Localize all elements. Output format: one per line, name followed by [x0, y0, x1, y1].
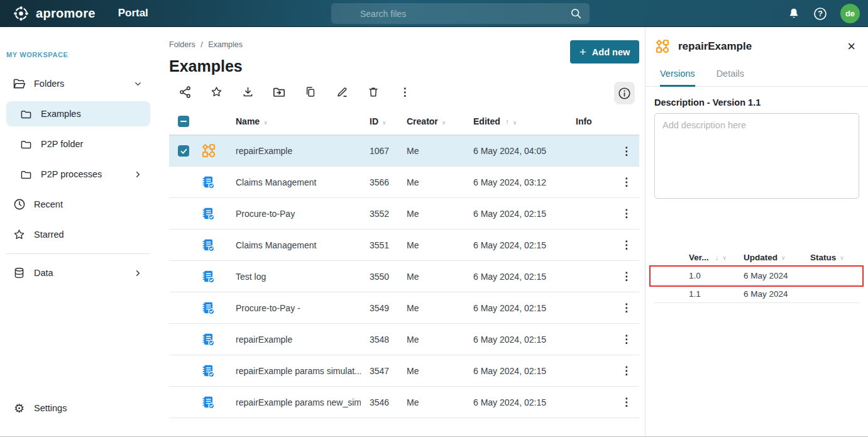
- info-panel-toggle-button[interactable]: [614, 82, 635, 104]
- file-id: 3547: [361, 366, 398, 376]
- table-row[interactable]: Claims Management 3566 Me 6 May 2024, 03…: [169, 167, 639, 198]
- user-avatar[interactable]: de: [840, 4, 860, 23]
- sort-chevron-icon[interactable]: ∨: [382, 119, 387, 126]
- table-row[interactable]: repairExample params simulat... 3547 Me …: [169, 355, 639, 387]
- column-header-updated[interactable]: Updated ∨: [744, 253, 810, 262]
- sidebar-item-folders[interactable]: Folders: [6, 71, 150, 96]
- star-icon[interactable]: [201, 80, 232, 103]
- more-options-kebab-icon[interactable]: ⋮: [389, 80, 420, 103]
- folder-icon: [19, 169, 33, 180]
- table-row[interactable]: repairExample 1067 Me 6 May 2024, 04:05 …: [169, 135, 639, 167]
- column-header-id[interactable]: ID∨: [361, 116, 398, 126]
- event-log-icon: [201, 394, 227, 410]
- file-id: 3566: [361, 177, 398, 187]
- brand-name: apromore: [36, 6, 96, 21]
- sort-descending-icon[interactable]: ↓: [715, 253, 719, 262]
- column-header-version[interactable]: Ver... ↓ ∨: [654, 253, 744, 262]
- sidebar-item-settings[interactable]: ⚙ Settings: [6, 396, 150, 421]
- sort-ascending-icon[interactable]: ↑: [505, 118, 509, 126]
- file-creator: Me: [398, 303, 464, 313]
- add-new-label: Add new: [592, 47, 630, 57]
- file-name: Procure-to-Pay -: [227, 303, 361, 313]
- add-new-button[interactable]: + Add new: [570, 40, 639, 64]
- table-row[interactable]: repairExample params new_sim 3546 Me 6 M…: [169, 387, 639, 418]
- file-id: 3548: [361, 335, 398, 345]
- sort-chevron-icon[interactable]: ∨: [442, 119, 446, 126]
- search-bar[interactable]: [331, 3, 590, 24]
- sidebar-item-p2p-processes[interactable]: P2P processes: [6, 162, 150, 187]
- description-input[interactable]: [655, 114, 859, 198]
- edit-pen-icon[interactable]: [326, 80, 358, 103]
- file-id: 1067: [361, 146, 398, 156]
- versions-table-header: Ver... ↓ ∨ Updated ∨ Status ∨: [654, 249, 859, 267]
- sidebar-item-data[interactable]: Data: [6, 260, 150, 285]
- table-row[interactable]: Test log 3550 Me 6 May 2024, 02:15 ⋮: [169, 261, 639, 292]
- row-kebab-icon[interactable]: ⋮: [621, 240, 632, 250]
- delete-trash-icon[interactable]: [358, 80, 389, 103]
- sort-chevron-icon[interactable]: ∨: [513, 119, 517, 126]
- row-kebab-icon[interactable]: ⋮: [621, 146, 632, 157]
- file-id: 3546: [361, 397, 398, 407]
- sidebar-item-label: P2P folder: [41, 139, 83, 149]
- breadcrumb-parent[interactable]: Folders: [169, 40, 195, 49]
- notifications-bell-icon[interactable]: [788, 7, 800, 20]
- sort-chevron-icon[interactable]: ∨: [263, 119, 268, 126]
- help-icon[interactable]: ?: [813, 7, 827, 21]
- sort-chevron-icon[interactable]: ∨: [781, 255, 786, 261]
- row-checkbox[interactable]: [178, 145, 189, 157]
- description-box: [654, 113, 859, 199]
- version-updated: 6 May 2024: [744, 271, 810, 280]
- search-input[interactable]: [339, 9, 570, 19]
- event-log-icon: [201, 363, 227, 379]
- row-kebab-icon[interactable]: ⋮: [621, 177, 632, 187]
- table-row[interactable]: Claims Management 3551 Me 6 May 2024, 02…: [169, 230, 639, 261]
- sidebar-item-p2p-folder[interactable]: P2P folder: [6, 131, 150, 157]
- tab-versions[interactable]: Versions: [660, 69, 695, 87]
- version-row[interactable]: 1.0 6 May 2024: [654, 267, 859, 285]
- download-icon[interactable]: [232, 80, 263, 103]
- row-kebab-icon[interactable]: ⋮: [621, 302, 632, 313]
- table-row[interactable]: Procure-to-Pay 3552 Me 6 May 2024, 02:15…: [169, 198, 639, 230]
- sidebar-item-recent[interactable]: Recent: [6, 192, 150, 217]
- row-kebab-icon[interactable]: ⋮: [621, 365, 632, 376]
- file-creator: Me: [398, 146, 464, 156]
- version-row[interactable]: 1.1 6 May 2024: [654, 285, 859, 303]
- file-id: 3549: [361, 303, 398, 313]
- apromore-logo[interactable]: apromore: [13, 5, 96, 22]
- file-name: Test log: [227, 272, 361, 282]
- version-updated: 6 May 2024: [744, 289, 810, 299]
- chevron-right-icon[interactable]: [133, 268, 143, 278]
- column-header-creator[interactable]: Creator∨: [398, 116, 464, 126]
- select-all-checkbox[interactable]: [178, 116, 189, 127]
- column-header-edited[interactable]: Edited↑∨: [464, 116, 567, 126]
- row-kebab-icon[interactable]: ⋮: [621, 271, 632, 282]
- clock-icon: [13, 198, 26, 211]
- row-kebab-icon[interactable]: ⋮: [621, 397, 632, 407]
- table-row[interactable]: repairExample 3548 Me 6 May 2024, 02:15 …: [169, 324, 639, 355]
- sidebar-item-starred[interactable]: Starred: [6, 222, 150, 247]
- close-icon[interactable]: ×: [847, 40, 855, 53]
- row-kebab-icon[interactable]: ⋮: [621, 208, 632, 219]
- details-panel: repairExample × Versions Details Descrip…: [645, 27, 868, 437]
- copy-icon[interactable]: [295, 80, 326, 103]
- versions-table: Ver... ↓ ∨ Updated ∨ Status ∨ 1.0 6 May …: [654, 249, 859, 303]
- header-actions: ? de: [788, 0, 860, 27]
- process-model-icon: [201, 143, 227, 159]
- search-icon[interactable]: [570, 8, 582, 19]
- file-edited: 6 May 2024, 04:05: [464, 146, 567, 156]
- row-kebab-icon[interactable]: ⋮: [621, 334, 632, 345]
- table-row[interactable]: Procure-to-Pay - 3549 Me 6 May 2024, 02:…: [169, 292, 639, 324]
- sort-chevron-icon[interactable]: ∨: [840, 255, 844, 261]
- info-icon: [618, 87, 631, 100]
- sidebar-item-examples[interactable]: Examples: [6, 101, 150, 126]
- column-header-name[interactable]: Name∨: [227, 116, 361, 126]
- chevron-right-icon[interactable]: [133, 170, 143, 179]
- chevron-down-icon[interactable]: [133, 79, 143, 89]
- sort-chevron-icon[interactable]: ∨: [723, 255, 727, 261]
- move-to-folder-icon[interactable]: [263, 80, 295, 103]
- tab-details[interactable]: Details: [717, 69, 744, 87]
- breadcrumb-current[interactable]: Examples: [208, 40, 243, 49]
- panel-tabs: Versions Details: [646, 69, 868, 87]
- share-icon[interactable]: [169, 80, 201, 103]
- column-header-status[interactable]: Status ∨: [810, 253, 859, 262]
